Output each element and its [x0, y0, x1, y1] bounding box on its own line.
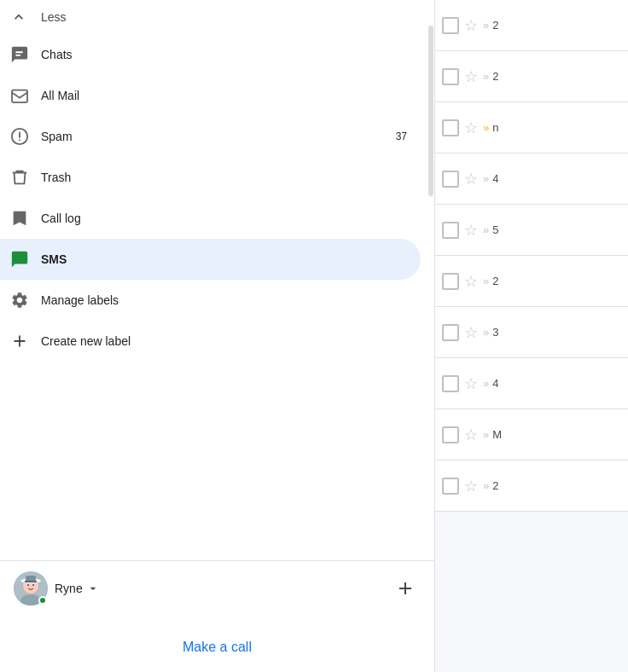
forward-icon[interactable]: » — [483, 479, 489, 492]
chevron-up-icon — [10, 9, 41, 26]
sidebar-scrollbar-thumb[interactable] — [428, 26, 433, 196]
sidebar-sms-label: SMS — [41, 252, 407, 266]
table-row[interactable]: ☆ » M — [435, 409, 628, 461]
email-snippet: 2 — [492, 19, 621, 32]
call-log-icon — [10, 209, 41, 228]
row-checkbox[interactable] — [442, 68, 459, 85]
add-account-button[interactable] — [390, 573, 421, 604]
trash-icon — [10, 168, 41, 187]
star-icon[interactable]: ☆ — [464, 119, 478, 137]
sidebar-item-chats[interactable]: Chats — [0, 34, 421, 75]
forward-icon[interactable]: » — [483, 223, 489, 236]
sidebar-item-create-label[interactable]: Create new label — [0, 321, 421, 362]
less-label: Less — [41, 10, 67, 24]
star-icon[interactable]: ☆ — [464, 221, 478, 240]
sidebar-item-trash[interactable]: Trash — [0, 157, 421, 198]
forward-icon[interactable]: » — [483, 121, 489, 134]
table-row[interactable]: ☆ » 2 — [435, 0, 628, 51]
sidebar: Less Chats All Mail — [0, 0, 435, 672]
sidebar-item-all-mail[interactable]: All Mail — [0, 75, 421, 116]
sidebar-chats-label: Chats — [41, 48, 407, 61]
svg-rect-1 — [12, 90, 27, 102]
user-name: Ryne — [55, 582, 100, 595]
row-checkbox[interactable] — [442, 119, 459, 136]
email-list: ☆ » 2 ☆ » 2 ☆ » n ☆ » 4 ☆ » 5 — [435, 0, 628, 672]
email-snippet: M — [492, 428, 621, 441]
row-checkbox[interactable] — [442, 478, 459, 495]
star-icon[interactable]: ☆ — [464, 426, 478, 444]
right-panel: ☆ » 2 ☆ » 2 ☆ » n ☆ » 4 ☆ » 5 — [435, 0, 628, 672]
email-snippet: 4 — [492, 377, 621, 390]
mail-icon — [10, 88, 41, 103]
svg-point-3 — [19, 139, 20, 141]
table-row[interactable]: ☆ » 2 — [435, 461, 628, 512]
row-checkbox[interactable] — [442, 324, 459, 341]
sidebar-allmail-label: All Mail — [41, 89, 407, 102]
star-icon[interactable]: ☆ — [464, 67, 478, 86]
row-checkbox[interactable] — [442, 375, 459, 392]
sidebar-item-manage-labels[interactable]: Manage labels — [0, 280, 421, 321]
star-icon[interactable]: ☆ — [464, 272, 478, 291]
table-row[interactable]: ☆ » 4 — [435, 358, 628, 409]
row-checkbox[interactable] — [442, 273, 459, 290]
table-row[interactable]: ☆ » 4 — [435, 154, 628, 205]
svg-point-0 — [18, 48, 21, 51]
forward-icon[interactable]: » — [483, 172, 489, 185]
online-indicator — [38, 596, 47, 605]
sidebar-item-sms[interactable]: SMS — [0, 239, 421, 280]
user-row: Ryne — [14, 571, 421, 605]
star-icon[interactable]: ☆ — [464, 170, 478, 188]
spam-badge: 37 — [396, 130, 407, 142]
sidebar-item-spam[interactable]: Spam 37 — [0, 116, 421, 157]
gear-icon — [10, 291, 41, 310]
plus-icon — [10, 332, 41, 350]
star-icon[interactable]: ☆ — [464, 16, 478, 35]
forward-icon[interactable]: » — [483, 377, 489, 390]
make-call-section: Make a call — [14, 640, 421, 662]
star-icon[interactable]: ☆ — [464, 374, 478, 393]
email-snippet: 5 — [492, 223, 621, 236]
email-snippet: n — [492, 121, 621, 134]
table-row[interactable]: ☆ » 2 — [435, 256, 628, 307]
svg-point-11 — [32, 584, 34, 586]
chat-icon — [10, 45, 41, 64]
forward-icon[interactable]: » — [483, 275, 489, 287]
table-row[interactable]: ☆ » n — [435, 102, 628, 154]
star-icon[interactable]: ☆ — [464, 477, 478, 495]
sidebar-calllog-label: Call log — [41, 211, 407, 225]
plus-circle-icon — [395, 578, 416, 599]
row-checkbox[interactable] — [442, 222, 459, 239]
spam-icon — [10, 127, 41, 146]
sidebar-footer: Ryne Make a call — [0, 560, 434, 672]
email-snippet: 2 — [492, 70, 621, 83]
forward-icon[interactable]: » — [483, 19, 489, 32]
chevron-down-icon — [86, 582, 100, 595]
email-snippet: 2 — [492, 479, 621, 492]
table-row[interactable]: ☆ » 2 — [435, 51, 628, 102]
forward-icon[interactable]: » — [483, 70, 489, 83]
star-icon[interactable]: ☆ — [464, 323, 478, 342]
row-checkbox[interactable] — [442, 17, 459, 34]
row-checkbox[interactable] — [442, 171, 459, 188]
user-info[interactable]: Ryne — [14, 571, 100, 605]
sidebar-create-label: Create new label — [41, 334, 407, 348]
email-snippet: 2 — [492, 275, 621, 287]
forward-icon[interactable]: » — [483, 326, 489, 339]
email-snippet: 3 — [492, 326, 621, 339]
svg-rect-8 — [25, 581, 37, 582]
avatar-wrap — [14, 571, 48, 605]
sidebar-manage-labels: Manage labels — [41, 293, 407, 307]
make-call-button[interactable]: Make a call — [183, 640, 252, 655]
table-row[interactable]: ☆ » 3 — [435, 307, 628, 358]
forward-icon[interactable]: » — [483, 428, 489, 441]
sidebar-scrollbar-track[interactable] — [427, 0, 434, 560]
less-button[interactable]: Less — [0, 0, 421, 34]
svg-point-10 — [27, 584, 29, 586]
email-snippet: 4 — [492, 172, 621, 185]
sidebar-item-call-log[interactable]: Call log — [0, 198, 421, 239]
sidebar-scroll-area: Less Chats All Mail — [0, 0, 434, 560]
sidebar-spam-label: Spam — [41, 130, 392, 143]
row-checkbox[interactable] — [442, 426, 459, 443]
sms-icon — [10, 250, 41, 269]
table-row[interactable]: ☆ » 5 — [435, 205, 628, 256]
